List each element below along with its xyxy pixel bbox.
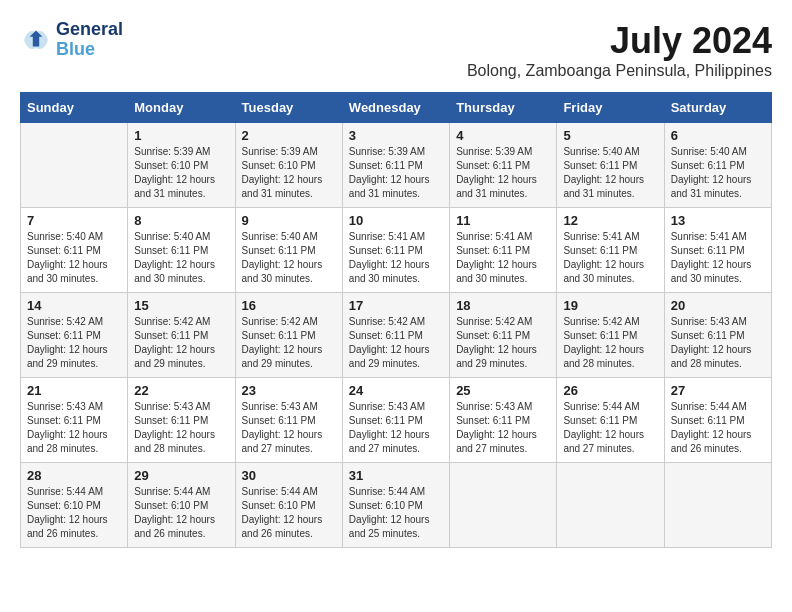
day-number: 17 bbox=[349, 298, 443, 313]
day-number: 4 bbox=[456, 128, 550, 143]
day-number: 1 bbox=[134, 128, 228, 143]
logo-line2: Blue bbox=[56, 40, 123, 60]
day-number: 3 bbox=[349, 128, 443, 143]
day-info: Sunrise: 5:43 AMSunset: 6:11 PMDaylight:… bbox=[242, 400, 336, 456]
day-info: Sunrise: 5:41 AMSunset: 6:11 PMDaylight:… bbox=[563, 230, 657, 286]
day-number: 21 bbox=[27, 383, 121, 398]
calendar-cell: 5Sunrise: 5:40 AMSunset: 6:11 PMDaylight… bbox=[557, 123, 664, 208]
day-info: Sunrise: 5:39 AMSunset: 6:11 PMDaylight:… bbox=[456, 145, 550, 201]
day-number: 5 bbox=[563, 128, 657, 143]
calendar-cell: 2Sunrise: 5:39 AMSunset: 6:10 PMDaylight… bbox=[235, 123, 342, 208]
calendar-cell: 28Sunrise: 5:44 AMSunset: 6:10 PMDayligh… bbox=[21, 463, 128, 548]
calendar-cell: 21Sunrise: 5:43 AMSunset: 6:11 PMDayligh… bbox=[21, 378, 128, 463]
day-info: Sunrise: 5:44 AMSunset: 6:10 PMDaylight:… bbox=[242, 485, 336, 541]
day-number: 25 bbox=[456, 383, 550, 398]
day-info: Sunrise: 5:43 AMSunset: 6:11 PMDaylight:… bbox=[671, 315, 765, 371]
calendar-week-row: 28Sunrise: 5:44 AMSunset: 6:10 PMDayligh… bbox=[21, 463, 772, 548]
weekday-header: Wednesday bbox=[342, 93, 449, 123]
day-info: Sunrise: 5:44 AMSunset: 6:11 PMDaylight:… bbox=[671, 400, 765, 456]
day-info: Sunrise: 5:42 AMSunset: 6:11 PMDaylight:… bbox=[456, 315, 550, 371]
calendar-cell: 15Sunrise: 5:42 AMSunset: 6:11 PMDayligh… bbox=[128, 293, 235, 378]
day-number: 8 bbox=[134, 213, 228, 228]
calendar-cell: 23Sunrise: 5:43 AMSunset: 6:11 PMDayligh… bbox=[235, 378, 342, 463]
day-number: 27 bbox=[671, 383, 765, 398]
calendar-cell: 30Sunrise: 5:44 AMSunset: 6:10 PMDayligh… bbox=[235, 463, 342, 548]
calendar-cell: 6Sunrise: 5:40 AMSunset: 6:11 PMDaylight… bbox=[664, 123, 771, 208]
month-title: July 2024 bbox=[467, 20, 772, 62]
weekday-header: Monday bbox=[128, 93, 235, 123]
day-info: Sunrise: 5:44 AMSunset: 6:11 PMDaylight:… bbox=[563, 400, 657, 456]
day-info: Sunrise: 5:44 AMSunset: 6:10 PMDaylight:… bbox=[349, 485, 443, 541]
weekday-header: Sunday bbox=[21, 93, 128, 123]
calendar-cell bbox=[664, 463, 771, 548]
day-info: Sunrise: 5:43 AMSunset: 6:11 PMDaylight:… bbox=[134, 400, 228, 456]
calendar-body: 1Sunrise: 5:39 AMSunset: 6:10 PMDaylight… bbox=[21, 123, 772, 548]
day-number: 30 bbox=[242, 468, 336, 483]
day-number: 6 bbox=[671, 128, 765, 143]
calendar-cell: 19Sunrise: 5:42 AMSunset: 6:11 PMDayligh… bbox=[557, 293, 664, 378]
calendar-cell: 10Sunrise: 5:41 AMSunset: 6:11 PMDayligh… bbox=[342, 208, 449, 293]
calendar-cell: 25Sunrise: 5:43 AMSunset: 6:11 PMDayligh… bbox=[450, 378, 557, 463]
calendar-cell: 12Sunrise: 5:41 AMSunset: 6:11 PMDayligh… bbox=[557, 208, 664, 293]
calendar-cell: 8Sunrise: 5:40 AMSunset: 6:11 PMDaylight… bbox=[128, 208, 235, 293]
calendar-cell: 31Sunrise: 5:44 AMSunset: 6:10 PMDayligh… bbox=[342, 463, 449, 548]
day-number: 23 bbox=[242, 383, 336, 398]
calendar-cell: 18Sunrise: 5:42 AMSunset: 6:11 PMDayligh… bbox=[450, 293, 557, 378]
calendar-cell: 1Sunrise: 5:39 AMSunset: 6:10 PMDaylight… bbox=[128, 123, 235, 208]
day-info: Sunrise: 5:40 AMSunset: 6:11 PMDaylight:… bbox=[134, 230, 228, 286]
calendar-cell: 24Sunrise: 5:43 AMSunset: 6:11 PMDayligh… bbox=[342, 378, 449, 463]
day-info: Sunrise: 5:39 AMSunset: 6:10 PMDaylight:… bbox=[134, 145, 228, 201]
calendar-cell: 11Sunrise: 5:41 AMSunset: 6:11 PMDayligh… bbox=[450, 208, 557, 293]
day-number: 2 bbox=[242, 128, 336, 143]
day-number: 16 bbox=[242, 298, 336, 313]
logo-icon bbox=[20, 24, 52, 56]
calendar-cell: 22Sunrise: 5:43 AMSunset: 6:11 PMDayligh… bbox=[128, 378, 235, 463]
calendar-cell: 20Sunrise: 5:43 AMSunset: 6:11 PMDayligh… bbox=[664, 293, 771, 378]
logo-line1: General bbox=[56, 20, 123, 40]
calendar-header: SundayMondayTuesdayWednesdayThursdayFrid… bbox=[21, 93, 772, 123]
day-info: Sunrise: 5:44 AMSunset: 6:10 PMDaylight:… bbox=[27, 485, 121, 541]
day-number: 15 bbox=[134, 298, 228, 313]
day-info: Sunrise: 5:43 AMSunset: 6:11 PMDaylight:… bbox=[456, 400, 550, 456]
logo: General Blue bbox=[20, 20, 123, 60]
day-info: Sunrise: 5:40 AMSunset: 6:11 PMDaylight:… bbox=[27, 230, 121, 286]
day-number: 13 bbox=[671, 213, 765, 228]
day-info: Sunrise: 5:42 AMSunset: 6:11 PMDaylight:… bbox=[242, 315, 336, 371]
day-info: Sunrise: 5:44 AMSunset: 6:10 PMDaylight:… bbox=[134, 485, 228, 541]
day-info: Sunrise: 5:41 AMSunset: 6:11 PMDaylight:… bbox=[671, 230, 765, 286]
day-info: Sunrise: 5:41 AMSunset: 6:11 PMDaylight:… bbox=[456, 230, 550, 286]
weekday-header: Tuesday bbox=[235, 93, 342, 123]
day-number: 10 bbox=[349, 213, 443, 228]
calendar-cell: 13Sunrise: 5:41 AMSunset: 6:11 PMDayligh… bbox=[664, 208, 771, 293]
day-number: 18 bbox=[456, 298, 550, 313]
day-info: Sunrise: 5:42 AMSunset: 6:11 PMDaylight:… bbox=[27, 315, 121, 371]
calendar-cell: 26Sunrise: 5:44 AMSunset: 6:11 PMDayligh… bbox=[557, 378, 664, 463]
weekday-header: Saturday bbox=[664, 93, 771, 123]
calendar-cell: 3Sunrise: 5:39 AMSunset: 6:11 PMDaylight… bbox=[342, 123, 449, 208]
day-number: 24 bbox=[349, 383, 443, 398]
calendar-cell bbox=[21, 123, 128, 208]
calendar-cell: 27Sunrise: 5:44 AMSunset: 6:11 PMDayligh… bbox=[664, 378, 771, 463]
day-number: 14 bbox=[27, 298, 121, 313]
calendar-cell bbox=[450, 463, 557, 548]
day-info: Sunrise: 5:41 AMSunset: 6:11 PMDaylight:… bbox=[349, 230, 443, 286]
weekday-header: Friday bbox=[557, 93, 664, 123]
day-info: Sunrise: 5:42 AMSunset: 6:11 PMDaylight:… bbox=[134, 315, 228, 371]
day-number: 9 bbox=[242, 213, 336, 228]
calendar-week-row: 14Sunrise: 5:42 AMSunset: 6:11 PMDayligh… bbox=[21, 293, 772, 378]
day-number: 12 bbox=[563, 213, 657, 228]
weekday-header: Thursday bbox=[450, 93, 557, 123]
day-number: 11 bbox=[456, 213, 550, 228]
calendar-cell: 29Sunrise: 5:44 AMSunset: 6:10 PMDayligh… bbox=[128, 463, 235, 548]
day-info: Sunrise: 5:39 AMSunset: 6:10 PMDaylight:… bbox=[242, 145, 336, 201]
day-info: Sunrise: 5:42 AMSunset: 6:11 PMDaylight:… bbox=[563, 315, 657, 371]
calendar-cell: 14Sunrise: 5:42 AMSunset: 6:11 PMDayligh… bbox=[21, 293, 128, 378]
day-number: 31 bbox=[349, 468, 443, 483]
day-info: Sunrise: 5:40 AMSunset: 6:11 PMDaylight:… bbox=[671, 145, 765, 201]
calendar-week-row: 21Sunrise: 5:43 AMSunset: 6:11 PMDayligh… bbox=[21, 378, 772, 463]
calendar-week-row: 1Sunrise: 5:39 AMSunset: 6:10 PMDaylight… bbox=[21, 123, 772, 208]
day-info: Sunrise: 5:43 AMSunset: 6:11 PMDaylight:… bbox=[349, 400, 443, 456]
day-info: Sunrise: 5:43 AMSunset: 6:11 PMDaylight:… bbox=[27, 400, 121, 456]
day-number: 26 bbox=[563, 383, 657, 398]
calendar-cell: 16Sunrise: 5:42 AMSunset: 6:11 PMDayligh… bbox=[235, 293, 342, 378]
